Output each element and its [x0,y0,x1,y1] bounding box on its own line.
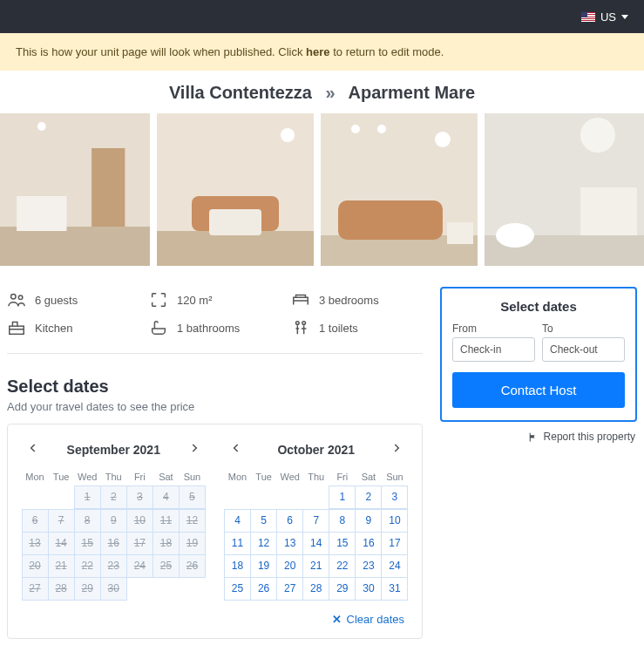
dow-label: Tue [48,468,74,485]
calendar-day: 26 [179,554,206,578]
calendar-day: 2 [100,485,127,509]
gallery-photo[interactable] [321,113,478,266]
calendar-day[interactable]: 15 [329,532,356,555]
clear-dates-link[interactable]: ✕ Clear dates [332,613,404,626]
gallery-photo[interactable] [485,113,644,266]
calendar-day[interactable]: 28 [302,577,329,601]
calendar-day[interactable]: 8 [329,509,356,533]
bed-icon [291,290,310,309]
gallery-photo[interactable] [0,113,150,266]
calendar-day[interactable]: 17 [381,532,408,555]
calendar-day[interactable]: 9 [355,509,382,533]
calendar-day: 29 [74,577,101,601]
contact-host-button[interactable]: Contact Host [452,372,625,408]
month-label: September 2021 [67,443,160,457]
calendar-day[interactable]: 1 [329,485,356,509]
svg-rect-24 [10,326,24,334]
calendar-day: 28 [48,577,75,601]
calendar-day[interactable]: 23 [355,554,382,578]
unit-name: Aparment Mare [349,83,476,102]
calendar-day[interactable]: 5 [250,509,277,533]
dow-label: Sun [179,468,205,485]
gallery-photo[interactable] [157,113,314,266]
dow-label: Thu [303,468,329,485]
calendar-day[interactable]: 22 [329,554,356,578]
calendar-day[interactable]: 24 [381,554,408,578]
svg-rect-12 [338,200,443,240]
next-month-button[interactable] [183,440,206,458]
svg-rect-6 [157,231,314,266]
calendar-day: 30 [100,577,127,601]
svg-rect-3 [17,196,66,231]
feature-toilets: 1 toilets [291,318,423,337]
feature-area: 120 m² [149,290,281,309]
dow-label: Thu [100,468,126,485]
calendar-day[interactable]: 20 [276,554,303,578]
prev-month-button[interactable] [22,440,44,458]
calendar-day[interactable]: 7 [302,509,329,533]
checkin-input[interactable] [452,337,535,362]
booking-card: Select dates From To Contact Host [440,287,637,422]
dow-label: Sat [356,468,382,485]
svg-point-14 [351,125,360,133]
chevron-down-icon [621,15,628,19]
flag-icon [527,431,539,443]
calendar-day[interactable]: 14 [302,532,329,555]
calendar-day[interactable]: 19 [250,554,277,578]
locale-selector[interactable]: US [581,10,628,24]
checkout-input[interactable] [542,337,625,362]
calendar-day[interactable]: 18 [224,554,251,578]
property-name[interactable]: Villa Contentezza [169,83,312,102]
calendar-day: 7 [48,509,75,533]
calendar-day[interactable]: 4 [224,509,251,533]
calendar-day[interactable]: 27 [276,577,303,601]
from-label: From [452,322,535,335]
dates-title: Select dates [7,377,423,397]
calendar-day[interactable]: 10 [381,509,408,533]
calendar-day[interactable]: 13 [276,532,303,555]
month-label: October 2021 [277,443,355,457]
calendar-day: 15 [74,532,101,555]
calendar-day[interactable]: 29 [329,577,356,601]
calendar-day: 3 [126,485,153,509]
to-label: To [542,322,625,335]
dow-label: Wed [277,468,303,485]
notice-link[interactable]: here [306,45,329,58]
dow-label: Fri [329,468,356,485]
calendar-day[interactable]: 30 [355,577,382,601]
calendar-day: 22 [74,554,101,578]
calendar: September 2021MonTueWedThuFriSatSun12345… [7,424,423,639]
preview-notice: This is how your unit page will look whe… [0,33,644,71]
calendar-day: 8 [74,509,101,533]
report-link[interactable]: Report this property [527,431,635,443]
dates-subtitle: Add your travel dates to see the price [7,400,423,413]
area-icon [149,290,168,309]
booking-title: Select dates [452,299,625,314]
calendar-day[interactable]: 21 [302,554,329,578]
calendar-day: 24 [126,554,153,578]
calendar-day: 11 [153,509,180,533]
dow-label: Wed [74,468,100,485]
calendar-day: 23 [100,554,127,578]
calendar-day[interactable]: 11 [224,532,251,555]
calendar-day[interactable]: 6 [276,509,303,533]
breadcrumb: Villa Contentezza » Aparment Mare [0,71,644,113]
calendar-day: 18 [153,532,180,555]
calendar-day[interactable]: 16 [355,532,382,555]
calendar-day[interactable]: 26 [250,577,277,601]
prev-month-button[interactable] [225,440,247,458]
calendar-day: 12 [179,509,206,533]
svg-rect-2 [92,148,125,227]
calendar-day[interactable]: 12 [250,532,277,555]
calendar-day[interactable]: 31 [381,577,408,601]
feature-kitchen: Kitchen [7,318,139,337]
calendar-day[interactable]: 25 [224,577,251,601]
locale-label: US [600,10,616,24]
calendar-day[interactable]: 3 [381,485,408,509]
next-month-button[interactable] [385,440,408,458]
calendar-day: 13 [22,532,49,555]
calendar-day[interactable]: 2 [355,485,382,509]
svg-rect-1 [0,227,150,266]
feature-guests: 6 guests [7,290,139,309]
notice-prefix: This is how your unit page will look whe… [16,45,306,58]
